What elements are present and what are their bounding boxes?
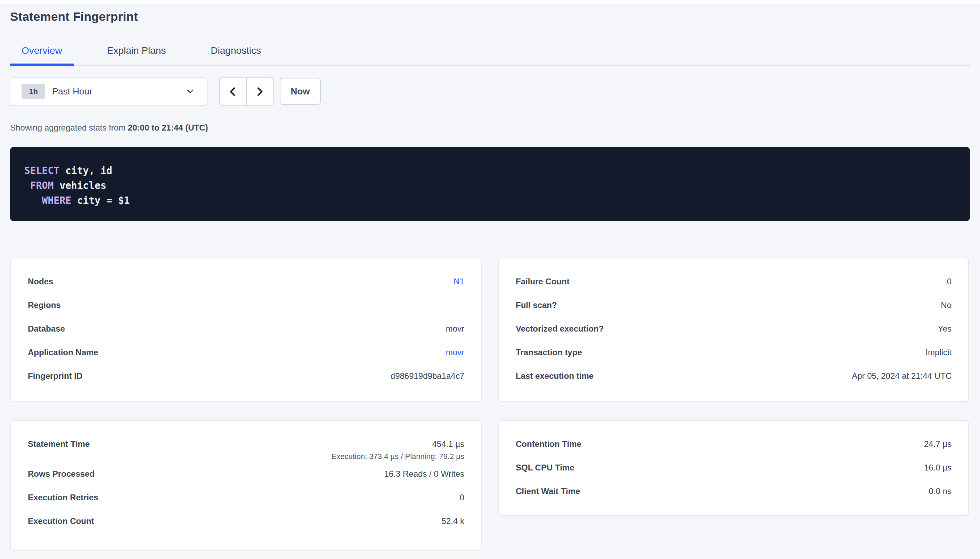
stat-row: Vectorized execution?Yes [516,318,952,341]
sql-keyword: SELECT [24,165,60,176]
stat-row: Contention Time24.7 µs [516,433,952,456]
stat-value: 454.1 µs [432,439,464,448]
time-range-dropdown[interactable]: 1h Past Hour [10,78,207,106]
tab-overview[interactable]: Overview [10,44,74,64]
stat-value: d986919d9ba1a4c7 [391,371,464,380]
stat-value-wrap: Implicit [925,347,952,357]
stat-value-wrap: d986919d9ba1a4c7 [391,371,464,381]
statement-sql-block: SELECT city, id FROM vehicles WHERE city… [10,147,970,221]
stat-value-wrap: 0.0 ns [929,486,952,496]
tab-bar: OverviewExplain PlansDiagnostics [10,44,970,66]
stat-row: Databasemovr [28,318,464,341]
chevron-left-icon [227,86,239,97]
chevron-down-icon [186,87,195,96]
prev-interval-button[interactable] [220,78,246,105]
time-range-value: Past Hour [52,86,93,97]
nodes-link[interactable]: N1 [454,277,464,286]
stat-value: Implicit [925,347,952,357]
stat-row: Execution Count52.4 k [28,510,464,533]
stat-row: Fingerprint IDd986919d9ba1a4c7 [28,365,464,388]
page-title: Statement Fingerprint [10,10,138,23]
stat-label: SQL CPU Time [516,463,574,473]
stat-value-wrap: N1 [454,277,464,286]
stat-label: Full scan? [516,300,557,310]
stat-value: 0 [460,493,464,502]
stat-label: Database [28,324,65,334]
tab-explain-plans[interactable]: Explain Plans [95,44,178,64]
stat-row: Failure Count0 [516,270,952,294]
stat-label: Last execution time [516,371,594,381]
stat-label: Execution Retries [28,493,98,503]
stat-label: Nodes [28,277,53,286]
stat-label: Rows Processed [28,469,95,479]
stat-label: Transaction type [516,347,582,357]
stat-label: Regions [28,300,61,310]
stat-row: Statement Time454.1 µsExecution: 373.4 µ… [28,433,464,463]
stat-value: Yes [938,324,952,333]
stat-value: 0 [947,277,952,286]
now-button[interactable]: Now [280,78,321,105]
statement-timing-left-card: Statement Time454.1 µsExecution: 373.4 µ… [10,420,482,551]
stat-value-wrap: 16.0 µs [924,463,952,473]
application-name-link[interactable]: movr [446,347,464,357]
stat-value-wrap: movr [446,324,464,334]
statement-timing-right-card: Contention Time24.7 µsSQL CPU Time16.0 µ… [498,420,969,516]
tab-diagnostics[interactable]: Diagnostics [199,44,273,64]
stat-value-wrap: 24.7 µs [924,439,952,449]
stat-value-wrap: 0 [947,277,952,286]
aggregated-stats-note: Showing aggregated stats from 20:00 to 2… [10,123,208,132]
sql-keyword: FROM [30,180,53,191]
stat-value-wrap: movr [446,347,464,357]
stat-subvalue: Execution: 373.4 µs / Planning: 79.2 µs [332,452,464,463]
stat-value-wrap: No [941,300,952,310]
stat-value: Apr 05, 2024 at 21:44 UTC [852,371,952,380]
statement-details-left-card: NodesN1RegionsDatabasemovrApplication Na… [10,258,482,402]
statement-details-right-card: Failure Count0Full scan?NoVectorized exe… [498,258,969,402]
stat-value-wrap: Yes [938,324,952,334]
stat-row: Rows Processed16.3 Reads / 0 Writes [28,463,464,486]
sql-keyword: WHERE [42,195,71,206]
stat-value-wrap: Apr 05, 2024 at 21:44 UTC [852,371,952,381]
stat-row: Full scan?No [516,294,952,318]
stat-row: Client Wait Time0.0 ns [516,480,952,503]
aggregated-stats-prefix: Showing aggregated stats from [10,123,128,132]
stat-label: Client Wait Time [516,486,580,496]
stat-value-wrap: 0 [460,493,464,503]
stat-value-wrap: 16.3 Reads / 0 Writes [384,469,464,479]
stat-row: Execution Retries0 [28,486,464,510]
stat-value: No [941,300,952,310]
stat-label: Statement Time [28,439,90,449]
sql-line: SELECT city, id [24,163,956,178]
stat-row: Last execution timeApr 05, 2024 at 21:44… [516,365,952,388]
sql-line: FROM vehicles [24,178,956,193]
stat-row: Regions [28,294,464,318]
top-strip [0,0,980,3]
stat-label: Application Name [28,347,98,357]
chevron-right-icon [254,86,265,97]
stat-value: 16.0 µs [924,463,952,472]
stat-label: Failure Count [516,277,570,286]
stat-value: 52.4 k [442,516,464,526]
stat-value: 16.3 Reads / 0 Writes [384,469,464,478]
stat-label: Execution Count [28,516,94,526]
stat-label: Contention Time [516,439,581,449]
stat-value-wrap: 454.1 µsExecution: 373.4 µs / Planning: … [332,439,464,463]
time-interval-pager [219,78,274,106]
stat-value: 24.7 µs [924,439,952,448]
stat-label: Fingerprint ID [28,371,82,381]
stat-label: Vectorized execution? [516,324,604,334]
stat-row: SQL CPU Time16.0 µs [516,456,952,480]
stat-row: Application Namemovr [28,341,464,365]
stat-value: movr [446,324,464,333]
sql-line: WHERE city = $1 [24,193,956,208]
stat-row: NodesN1 [28,270,464,294]
stat-row: Transaction typeImplicit [516,341,952,365]
stat-value-wrap: 52.4 k [442,516,464,526]
stat-value: 0.0 ns [929,486,952,496]
next-interval-button[interactable] [247,78,273,105]
time-range-badge: 1h [22,84,45,99]
aggregated-stats-range: 20:00 to 21:44 (UTC) [128,123,208,132]
